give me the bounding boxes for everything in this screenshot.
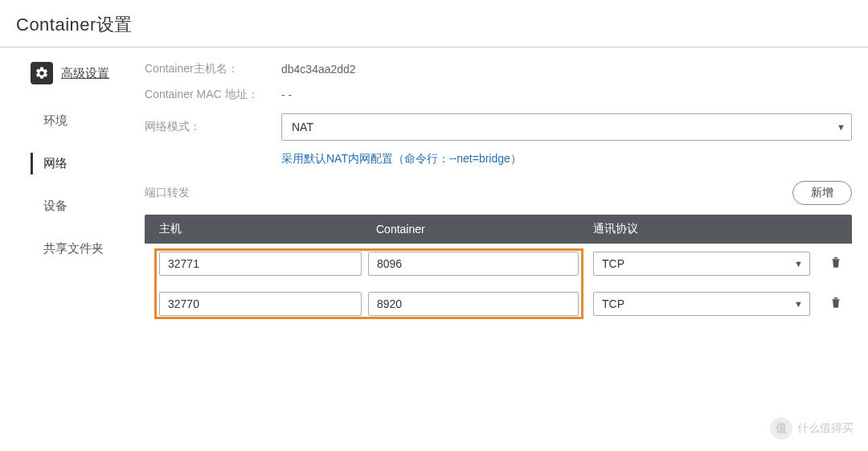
sidebar-item[interactable]: 设备 <box>31 194 145 219</box>
protocol-value: TCP <box>602 257 624 270</box>
netmode-label: 网络模式： <box>145 120 281 134</box>
col-container: Container <box>362 223 579 236</box>
nat-note: 采用默认NAT内网配置（命令行：--net=bridge） <box>281 152 852 166</box>
container-port-input[interactable] <box>368 292 579 316</box>
table-row: TCP▼ <box>145 284 852 324</box>
host-port-input[interactable] <box>159 252 362 276</box>
col-protocol: 通讯协议 <box>579 222 808 236</box>
watermark-badge: 值 <box>770 417 792 440</box>
divider <box>0 47 868 47</box>
mac-label: Container MAC 地址： <box>145 88 281 102</box>
sidebar-item[interactable]: 网络 <box>31 151 145 176</box>
hostname-label: Container主机名： <box>145 62 281 76</box>
container-port-input[interactable] <box>368 252 579 276</box>
netmode-value: NAT <box>292 121 313 133</box>
content-panel: Container主机名： db4c34aa2dd2 Container MAC… <box>145 62 868 324</box>
advanced-settings-label: 高级设置 <box>61 66 109 81</box>
table-header: 主机 Container 通讯协议 <box>145 215 852 244</box>
sidebar-item[interactable]: 环境 <box>31 109 145 133</box>
add-button[interactable]: 新增 <box>792 181 852 205</box>
advanced-settings-link[interactable]: 高级设置 <box>31 62 145 84</box>
mac-value: - - <box>281 88 292 101</box>
trash-icon[interactable] <box>829 295 843 310</box>
table-body: TCP▼TCP▼ <box>145 244 852 324</box>
watermark-text: 什么值得买 <box>797 421 854 436</box>
protocol-select[interactable]: TCP▼ <box>593 252 810 276</box>
table-row: TCP▼ <box>145 244 852 284</box>
port-table: 主机 Container 通讯协议 TCP▼TCP▼ <box>145 215 852 324</box>
protocol-select[interactable]: TCP▼ <box>593 292 810 316</box>
sidebar-item[interactable]: 共享文件夹 <box>31 236 145 261</box>
page-title: Container设置 <box>0 0 868 47</box>
host-port-input[interactable] <box>159 292 362 316</box>
netmode-select[interactable]: NAT <box>281 113 852 141</box>
port-forward-label: 端口转发 <box>145 186 281 200</box>
watermark: 值 什么值得买 <box>770 417 854 440</box>
trash-icon[interactable] <box>829 255 843 269</box>
protocol-value: TCP <box>602 297 624 310</box>
gear-icon <box>31 62 53 84</box>
hostname-value: db4c34aa2dd2 <box>281 63 356 76</box>
sidebar: 高级设置 环境网络设备共享文件夹 <box>0 62 145 324</box>
chevron-down-icon: ▼ <box>794 299 803 309</box>
chevron-down-icon: ▼ <box>794 259 803 269</box>
col-host: 主机 <box>145 222 362 236</box>
